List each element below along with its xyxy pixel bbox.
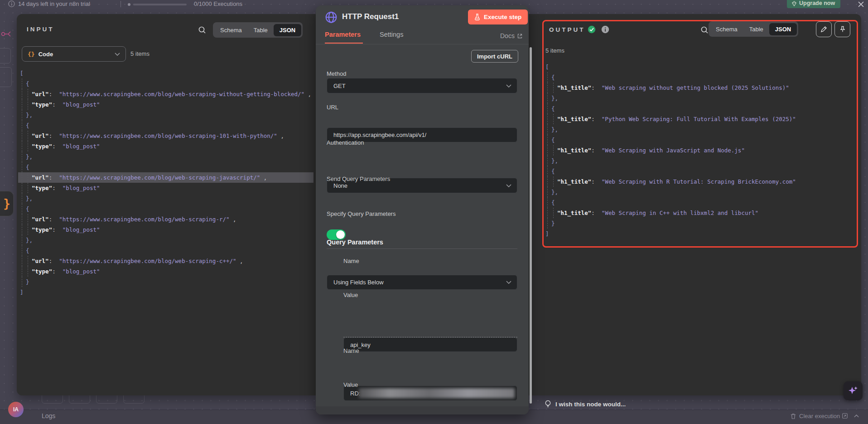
indent-guide — [22, 110, 26, 120]
chevron-down-icon — [506, 184, 511, 187]
json-line: "type": "blog_post" — [18, 141, 313, 151]
json-line: "url": "https://www.scrapingbee.com/blog… — [18, 131, 313, 141]
indent-guide — [22, 193, 26, 204]
json-line: [ — [18, 68, 313, 78]
tab-table[interactable]: Table — [248, 24, 274, 36]
indent-guide — [22, 99, 26, 110]
indent-guide — [28, 131, 32, 141]
tab-schema[interactable]: Schema — [214, 24, 248, 36]
trial-countdown-text: 14 days left in your n8n trial — [18, 0, 90, 7]
upgrade-now-button[interactable]: Upgrade now — [787, 0, 840, 8]
tab-table[interactable]: Table — [743, 23, 769, 35]
indent-guide — [28, 183, 32, 193]
indent-guide — [22, 266, 26, 277]
json-line: }, — [18, 151, 313, 162]
tab-schema[interactable]: Schema — [710, 23, 743, 35]
indent-guide — [28, 224, 32, 235]
json-line: ] — [18, 287, 313, 297]
chevron-up-icon[interactable] — [854, 414, 859, 418]
indent-guide — [547, 187, 551, 197]
indent-guide — [28, 266, 32, 277]
input-source-select[interactable]: {} Code — [22, 46, 126, 62]
indent-guide — [28, 256, 32, 266]
scrollbar[interactable] — [530, 47, 532, 404]
parameter-pair-divider — [343, 337, 517, 337]
method-select[interactable]: GET — [327, 78, 517, 93]
logs-label[interactable]: Logs — [42, 412, 55, 419]
tab-json[interactable]: JSON — [274, 24, 301, 36]
pin-data-button[interactable] — [834, 21, 850, 37]
indent-guide — [28, 141, 32, 151]
json-line: { — [544, 166, 855, 176]
json-line: }, — [544, 187, 855, 197]
toggle-knob — [336, 230, 345, 239]
clear-execution-button[interactable]: Clear execution — [799, 413, 840, 419]
indent-guide — [553, 145, 557, 156]
info-icon[interactable] — [601, 25, 609, 34]
indent-guide — [547, 197, 551, 208]
output-view-tabs: Schema Table JSON — [709, 21, 798, 37]
sparkle-icon — [848, 385, 858, 396]
indent-guide — [547, 135, 551, 145]
indent-guide — [22, 183, 26, 193]
indent-guide — [28, 172, 32, 183]
indent-guide — [547, 72, 551, 83]
json-line: "h1_title": "Python Web Scraping: Full T… — [544, 114, 855, 124]
node-title[interactable]: HTTP Request1 — [342, 12, 399, 21]
indent-guide — [22, 131, 26, 141]
param1-value-label: Value — [343, 292, 358, 298]
input-items-count: 5 items — [130, 50, 149, 57]
json-line: { — [18, 162, 313, 172]
indent-guide — [22, 172, 26, 183]
dimmed-canvas-control — [0, 48, 11, 63]
send-query-parameters-label: Send Query Parameters — [327, 175, 390, 182]
topbar-separator — [121, 1, 121, 7]
indent-guide — [547, 93, 551, 103]
indent-guide — [22, 120, 26, 131]
param1-name-input[interactable]: api_key — [343, 337, 517, 352]
search-icon[interactable] — [198, 26, 206, 34]
indent-guide — [22, 224, 26, 235]
indent-guide — [22, 235, 26, 245]
edit-output-button[interactable] — [816, 21, 832, 37]
param1-value-input[interactable]: RD: — [343, 385, 517, 401]
query-parameters-section-title: Query Parameters — [327, 239, 383, 246]
indent-guide — [22, 141, 26, 151]
node-wish-input[interactable]: I wish this node would... — [555, 401, 626, 408]
method-label: Method — [327, 70, 346, 77]
input-view-tabs: Schema Table JSON — [213, 22, 303, 38]
gem-icon — [791, 1, 797, 6]
indent-guide — [553, 208, 557, 218]
input-json-viewer[interactable]: [{"url": "https://www.scrapingbee.com/bl… — [18, 68, 313, 297]
indent-guide — [547, 176, 551, 187]
tab-json[interactable]: JSON — [769, 23, 797, 35]
docs-link[interactable]: Docs — [500, 32, 523, 39]
close-icon[interactable] — [858, 1, 864, 7]
specify-query-parameters-select[interactable]: Using Fields Below — [327, 275, 517, 290]
indent-guide — [22, 162, 26, 172]
input-panel-title: INPUT — [27, 26, 54, 33]
import-curl-button[interactable]: Import cURL — [471, 50, 518, 63]
output-json-viewer[interactable]: [{"h1_title": "Web scraping without gett… — [544, 62, 855, 239]
json-line: { — [544, 103, 855, 114]
indent-guide — [547, 208, 551, 218]
search-icon[interactable] — [700, 26, 709, 34]
executions-count-text: 0/1000 Executions — [194, 0, 242, 7]
json-line: { — [18, 204, 313, 214]
indent-guide — [22, 78, 26, 89]
execute-step-button[interactable]: Execute step — [468, 10, 528, 24]
indent-guide — [547, 218, 551, 229]
json-line: "type": "blog_post" — [18, 266, 313, 277]
indent-guide — [22, 214, 26, 224]
json-line: }, — [18, 235, 313, 245]
trash-icon — [790, 413, 796, 419]
avatar[interactable]: IA — [8, 402, 24, 417]
indent-guide — [28, 99, 32, 110]
ai-assistant-button[interactable] — [844, 381, 863, 400]
tab-settings[interactable]: Settings — [380, 31, 403, 38]
pop-out-icon[interactable] — [842, 413, 848, 419]
curly-braces-icon: {} — [28, 51, 35, 58]
active-tab-underline — [325, 43, 363, 44]
tab-parameters[interactable]: Parameters — [325, 31, 361, 38]
json-line: [ — [544, 62, 855, 72]
